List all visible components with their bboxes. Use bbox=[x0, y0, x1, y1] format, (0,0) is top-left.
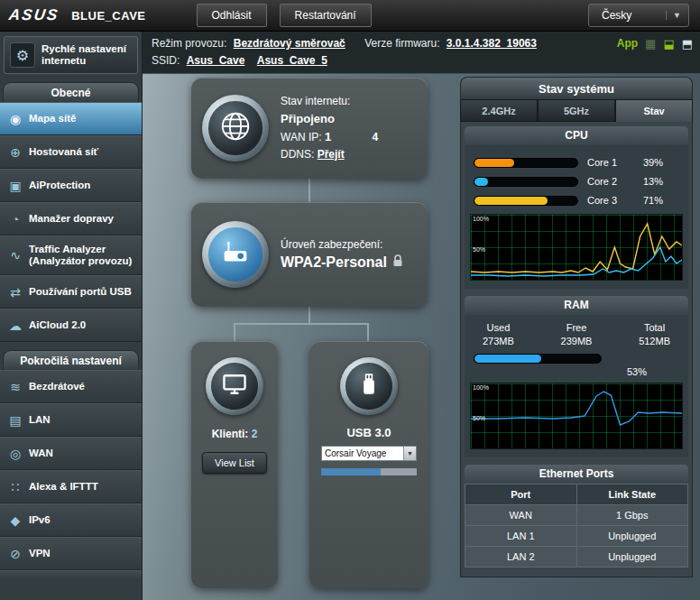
monitor-icon bbox=[220, 370, 249, 402]
core3-track bbox=[474, 196, 578, 206]
language-selector[interactable]: Česky ▼ bbox=[588, 4, 689, 27]
ram-section-title: RAM bbox=[465, 296, 688, 315]
internet-status-label: Stav internetu: bbox=[281, 93, 378, 110]
ram-usage-bar bbox=[474, 354, 602, 364]
router-icon bbox=[218, 235, 253, 273]
sidebar-item-guest-network[interactable]: ⊕ Hostovaná síť bbox=[0, 135, 142, 169]
cpu-core-row: Core 3 71% bbox=[470, 195, 683, 206]
wan-ip-value: 1 bbox=[325, 130, 331, 143]
firmware-version-link[interactable]: 3.0.1.4.382_19063 bbox=[447, 37, 537, 50]
sidebar-item-lan[interactable]: ▤ LAN bbox=[0, 403, 142, 437]
clients-card[interactable]: Klienti: 2 View List bbox=[191, 341, 278, 588]
sidebar-item-wan[interactable]: ◎ WAN bbox=[0, 437, 142, 470]
clients-label: Klienti: bbox=[212, 428, 249, 440]
globe-icon: ◎ bbox=[5, 447, 25, 461]
connector-line bbox=[367, 323, 369, 341]
system-status-panel: Stav systému 2.4GHz 5GHz Stav CPU Core 1… bbox=[460, 77, 693, 577]
sidebar-item-traffic-analyzer[interactable]: ∿ Traffic Analyzer (Analyzátor provozu) bbox=[0, 235, 142, 275]
reboot-button[interactable]: Restartování bbox=[280, 4, 372, 27]
connector-line bbox=[234, 323, 369, 325]
operation-mode-link[interactable]: Bezdrátový směrovač bbox=[234, 37, 345, 50]
ethernet-ports-table: Port Link State WAN 1 Gbps LAN 1 Unplugg… bbox=[465, 484, 688, 568]
usb-icon: ⇄ bbox=[5, 285, 25, 300]
clients-button[interactable] bbox=[206, 357, 263, 415]
ddns-label: DDNS: bbox=[281, 148, 314, 161]
router-admin-page: ASUS BLUE_CAVE Odhlásit Restartování Čes… bbox=[0, 0, 700, 600]
ddns-go-link[interactable]: Přejít bbox=[318, 148, 345, 161]
cpu-usage-graph: 100% 50% bbox=[470, 214, 683, 281]
shield-icon: ▣ bbox=[5, 179, 25, 193]
col-link-state: Link State bbox=[576, 485, 688, 505]
cpu-core-row: Core 2 13% bbox=[470, 176, 683, 187]
clients-count[interactable]: 2 bbox=[252, 428, 258, 440]
mode-firmware-row: Režim provozu: Bezdrátový směrovač Verze… bbox=[152, 37, 693, 50]
table-row: LAN 2 Unplugged bbox=[465, 547, 688, 568]
operation-mode-label: Režim provozu: bbox=[152, 37, 226, 50]
sidebar-item-aicloud[interactable]: ☁ AiCloud 2.0 bbox=[0, 309, 142, 342]
info-bar: Režim provozu: Bezdrátový směrovač Verze… bbox=[143, 32, 700, 74]
guest-network-icon: ⊕ bbox=[5, 145, 25, 160]
sidebar-item-vpn[interactable]: ⊘ VPN bbox=[0, 537, 142, 570]
sidebar-item-network-map[interactable]: ◉ Mapa sítě bbox=[0, 102, 142, 135]
sidebar-item-usb-application[interactable]: ⇄ Používání portů USB bbox=[0, 275, 142, 309]
monitor-status-icon[interactable]: ⬒ bbox=[682, 38, 693, 50]
state-cell: Unplugged bbox=[576, 547, 688, 568]
usb-device-select[interactable]: Corsair Voyage ▼ bbox=[321, 446, 417, 461]
waveform-icon: ∿ bbox=[5, 248, 25, 263]
security-level-label: Úroveň zabezpečení: bbox=[281, 238, 403, 251]
wan-ip-value-2: 4 bbox=[372, 129, 378, 146]
tab-5ghz[interactable]: 5GHz bbox=[538, 99, 615, 122]
lock-icon bbox=[392, 254, 403, 271]
sidebar-quick-setup[interactable]: ⚙ Rychlé nastavení internetu bbox=[4, 36, 138, 74]
ram-section: Used 273MB Free 239MB Total 512MB bbox=[465, 315, 688, 457]
ssid-24-link[interactable]: Asus_Cave bbox=[187, 54, 245, 67]
wan-ip-row: WAN IP: 1 4 bbox=[281, 128, 378, 146]
chevron-down-icon: ▼ bbox=[666, 11, 681, 20]
sidebar-item-ipv6[interactable]: ◆ IPv6 bbox=[0, 503, 142, 537]
sidebar-item-alexa-ifttt[interactable]: ∷ Alexa & IFTTT bbox=[0, 470, 142, 503]
usb-device-name: Corsair Voyage bbox=[322, 448, 403, 458]
ram-usage-fill bbox=[474, 355, 541, 363]
ssid-5-link[interactable]: Asus_Cave_5 bbox=[257, 54, 327, 67]
app-grid-icon[interactable]: ▦ bbox=[645, 38, 656, 50]
sidebar-item-traffic-manager[interactable]: ◔ Manažer dopravy bbox=[0, 202, 142, 235]
ram-used: Used 273MB bbox=[483, 322, 514, 346]
state-cell: Unplugged bbox=[576, 526, 688, 547]
internet-status-card[interactable]: Stav internetu: Připojeno WAN IP: 1 4 DD… bbox=[191, 78, 428, 179]
usb-title: USB 3.0 bbox=[309, 426, 428, 439]
port-cell: LAN 2 bbox=[465, 547, 577, 568]
ram-total: Total 512MB bbox=[639, 322, 670, 346]
vpn-lock-icon: ⊘ bbox=[5, 547, 25, 561]
lan-icon: ▤ bbox=[5, 413, 25, 428]
core2-fill bbox=[474, 178, 488, 186]
network-map-icon: ◉ bbox=[5, 112, 25, 126]
table-header-row: Port Link State bbox=[465, 485, 688, 505]
client-monitor-icon[interactable]: ⬓ bbox=[663, 38, 674, 50]
logout-button[interactable]: Odhlásit bbox=[197, 4, 267, 27]
view-list-button[interactable]: View List bbox=[202, 452, 267, 474]
cloud-icon: ☁ bbox=[5, 318, 25, 333]
quick-setup-icon: ⚙ bbox=[10, 42, 35, 68]
core3-fill bbox=[474, 197, 548, 205]
cpu-section: Core 1 39% Core 2 13% Core bbox=[465, 145, 688, 289]
sidebar-section-advanced: Pokročilá nastavení bbox=[3, 350, 139, 370]
ram-stats: Used 273MB Free 239MB Total 512MB bbox=[470, 321, 683, 346]
internet-globe-button[interactable] bbox=[202, 95, 269, 162]
sidebar-item-aiprotection[interactable]: ▣ AiProtection bbox=[0, 169, 142, 202]
system-status-title: Stav systému bbox=[460, 77, 693, 99]
usb-card[interactable]: USB 3.0 Corsair Voyage ▼ bbox=[309, 341, 428, 588]
ethernet-section-title: Ethernet Ports bbox=[465, 465, 688, 484]
security-card[interactable]: Úroveň zabezpečení: WPA2-Personal bbox=[191, 202, 428, 307]
tab-24ghz[interactable]: 2.4GHz bbox=[460, 99, 538, 122]
tab-status[interactable]: Stav bbox=[615, 99, 693, 122]
router-button[interactable] bbox=[202, 221, 269, 288]
cpu-core-row: Core 1 39% bbox=[470, 157, 683, 168]
state-cell: 1 Gbps bbox=[576, 505, 688, 526]
usb-device-button[interactable] bbox=[340, 357, 398, 415]
sidebar-section-general: Obecné bbox=[3, 82, 139, 102]
core1-fill bbox=[474, 159, 514, 167]
sidebar-item-cutoff[interactable] bbox=[0, 570, 142, 581]
sidebar-item-wireless[interactable]: ≋ Bezdrátové bbox=[0, 370, 142, 403]
app-link[interactable]: App bbox=[617, 37, 638, 50]
ddns-row: DDNS: Přejít bbox=[281, 146, 378, 163]
